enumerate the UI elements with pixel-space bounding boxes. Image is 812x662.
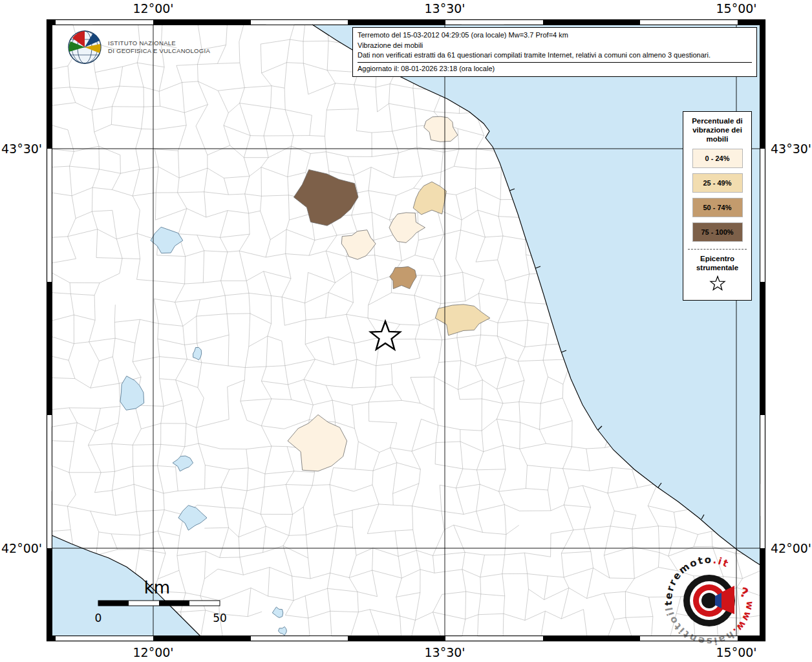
lon-label-top-12: 12°00' xyxy=(133,1,173,16)
lon-label-bottom-1330: 13°30' xyxy=(424,645,465,659)
scale-bar-segment xyxy=(159,601,189,606)
ingv-name-line1: ISTITUTO NAZIONALE xyxy=(108,39,210,47)
ingv-globe-icon xyxy=(67,30,102,65)
legend-class-25-49: 25 - 49% xyxy=(692,173,743,193)
legend-class-50-74: 50 - 74% xyxy=(692,198,743,217)
info-updated-line: Aggiornato il: 08-01-2026 23:18 (ora loc… xyxy=(358,62,752,74)
info-event-line: Terremoto del 15-03-2012 04:29:05 (ora l… xyxy=(358,30,752,41)
map-page: km 0 50 ? www.haisentitoilterremoto.it xyxy=(0,0,812,662)
lon-label-top-1330: 13°30' xyxy=(424,1,465,16)
epicenter-star-icon xyxy=(709,275,726,292)
logo-center-dot xyxy=(701,593,717,608)
info-source-line: Dati non verificati estratti da 61 quest… xyxy=(358,50,752,61)
legend-class-75-100: 75 - 100% xyxy=(692,222,743,242)
lat-label-left-4330: 43°30' xyxy=(1,142,41,156)
ingv-name-line2: DI GEOFISICA E VULCANOLOGIA xyxy=(108,47,210,55)
lat-label-right-4330: 43°30' xyxy=(771,142,811,156)
legend-class-0-24: 0 - 24% xyxy=(692,149,743,168)
lon-label-bottom-15: 15°00' xyxy=(716,645,756,659)
scale-bar-segment xyxy=(98,601,129,606)
info-effect-line: Vibrazione dei mobili xyxy=(358,41,752,51)
ingv-logo: ISTITUTO NAZIONALE DI GEOFISICA E VULCAN… xyxy=(67,30,210,65)
lat-label-left-42: 42°00' xyxy=(1,541,41,555)
legend-divider xyxy=(688,249,747,250)
scale-end-label: 50 xyxy=(213,612,227,625)
legend-epicenter-label: Epicentro strumentale xyxy=(689,254,746,272)
scale-unit-label: km xyxy=(144,578,170,597)
scale-start-label: 0 xyxy=(95,612,102,625)
lon-label-top-15: 15°00' xyxy=(716,1,756,16)
legend-panel: Percentuale di vibrazione dei mobili 0 -… xyxy=(683,111,752,301)
lat-label-right-42: 42°00' xyxy=(771,541,811,555)
legend-title: Percentuale di vibrazione dei mobili xyxy=(690,116,745,144)
lon-label-bottom-12: 12°00' xyxy=(133,645,173,659)
map-canvas: km 0 50 ? www.haisentitoilterremoto.it xyxy=(0,0,812,662)
earthquake-info-box: Terremoto del 15-03-2012 04:29:05 (ora l… xyxy=(352,27,757,77)
